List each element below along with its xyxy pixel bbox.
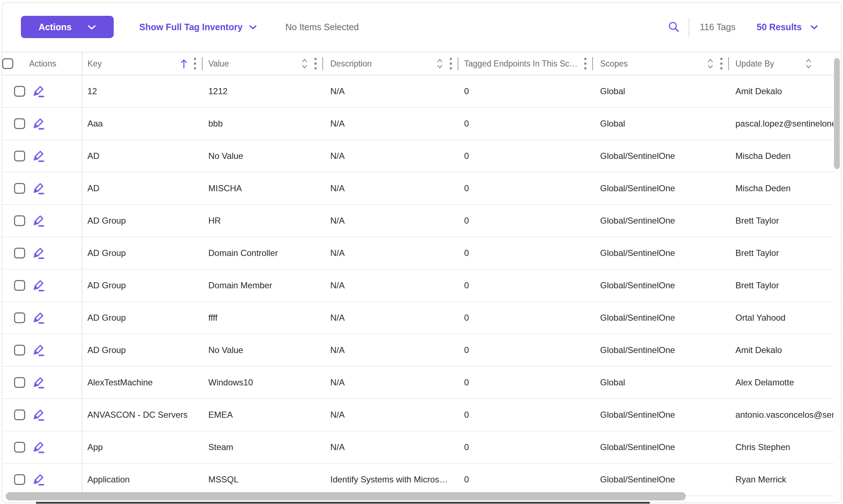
row-checkbox[interactable] xyxy=(14,442,25,453)
pencil-icon xyxy=(32,344,45,357)
update-by-cell: Mischa Deden xyxy=(729,151,841,161)
row-checkbox[interactable] xyxy=(14,248,25,258)
horizontal-scrollbar-thumb[interactable] xyxy=(6,492,686,500)
row-checkbox[interactable] xyxy=(14,312,25,323)
key-cell: Application xyxy=(82,475,203,485)
sort-icon[interactable] xyxy=(301,58,308,70)
results-count-label: 50 Results xyxy=(757,22,802,32)
tagged-endpoints-cell: 0 xyxy=(458,280,593,290)
header-cell-key[interactable]: Key xyxy=(82,52,203,75)
header-cell-value[interactable]: Value xyxy=(203,52,323,75)
row-checkbox[interactable] xyxy=(14,474,25,485)
edit-tag-button[interactable] xyxy=(32,408,46,422)
sort-icon[interactable] xyxy=(707,58,714,70)
edit-tag-button[interactable] xyxy=(32,84,46,98)
search-button[interactable] xyxy=(666,16,682,38)
pencil-icon xyxy=(32,117,45,130)
edit-tag-button[interactable] xyxy=(32,149,46,163)
header-cell-description[interactable]: Description xyxy=(323,52,458,75)
header-value-label: Value xyxy=(208,59,229,69)
description-cell: N/A xyxy=(323,313,458,323)
scopes-cell: Global/SentinelOne xyxy=(593,216,729,226)
value-cell: Windows10 xyxy=(203,377,323,388)
edit-tag-button[interactable] xyxy=(32,472,46,487)
row-checkbox[interactable] xyxy=(14,183,25,194)
key-cell: ANVASCON - DC Servers xyxy=(82,410,203,420)
edit-tag-button[interactable] xyxy=(32,116,46,131)
row-actions-cell xyxy=(2,311,82,325)
edit-tag-button[interactable] xyxy=(32,278,46,293)
update-by-cell: Brett Taylor xyxy=(729,216,841,226)
header-cell-update-by[interactable]: Update By xyxy=(729,52,841,75)
column-menu-icon[interactable] xyxy=(448,56,453,71)
update-by-cell: antonio.vasconcelos@sen xyxy=(729,410,841,420)
value-cell: No Value xyxy=(203,345,323,355)
row-checkbox[interactable] xyxy=(14,345,25,356)
actions-button[interactable]: Actions xyxy=(21,16,114,38)
actions-button-label: Actions xyxy=(38,22,72,32)
update-by-cell: Ortal Yahood xyxy=(729,313,841,323)
value-cell: Domain Controller xyxy=(203,248,323,258)
row-checkbox[interactable] xyxy=(14,377,25,388)
sort-ascending-icon[interactable] xyxy=(180,58,187,69)
table-row: 12 1212 N/A 0 Global Amit Dekalo xyxy=(2,75,841,108)
pencil-icon xyxy=(32,311,45,324)
chevron-down-icon xyxy=(810,24,818,29)
column-menu-icon[interactable] xyxy=(313,56,318,71)
row-actions-cell xyxy=(2,214,82,228)
row-checkbox[interactable] xyxy=(14,86,25,97)
view-selector-dropdown[interactable]: Show Full Tag Inventory xyxy=(139,16,257,38)
vertical-scrollbar-thumb[interactable] xyxy=(834,58,840,169)
description-cell: N/A xyxy=(323,377,458,388)
header-actions-label: Actions xyxy=(29,59,56,69)
table-row: AD Group Domain Member N/A 0 Global/Sent… xyxy=(2,270,841,302)
column-menu-icon[interactable] xyxy=(583,56,588,71)
value-cell: ffff xyxy=(203,313,323,323)
edit-tag-button[interactable] xyxy=(32,440,46,454)
scopes-cell: Global/SentinelOne xyxy=(593,151,729,161)
tagged-endpoints-cell: 0 xyxy=(458,313,593,323)
row-actions-cell xyxy=(2,246,82,260)
edit-tag-button[interactable] xyxy=(32,311,46,325)
edit-tag-button[interactable] xyxy=(32,343,46,357)
scopes-cell: Global/SentinelOne xyxy=(593,280,729,290)
toolbar: Actions Show Full Tag Inventory No Items… xyxy=(2,3,841,52)
value-cell: Domain Member xyxy=(203,280,323,290)
sort-icon[interactable] xyxy=(805,58,812,70)
update-by-cell: Mischa Deden xyxy=(729,183,841,193)
scopes-cell: Global/SentinelOne xyxy=(593,345,729,355)
edit-tag-button[interactable] xyxy=(32,375,46,390)
table-row: AD Group No Value N/A 0 Global/SentinelO… xyxy=(2,334,841,367)
description-cell: Identify Systems with Micros… xyxy=(323,475,458,485)
pencil-icon xyxy=(32,150,45,162)
row-checkbox[interactable] xyxy=(14,215,25,226)
search-icon xyxy=(668,21,680,33)
pencil-icon xyxy=(32,473,45,486)
row-checkbox[interactable] xyxy=(14,409,25,420)
row-checkbox[interactable] xyxy=(14,118,25,129)
row-actions-cell xyxy=(2,440,82,454)
scopes-cell: Global/SentinelOne xyxy=(593,313,729,323)
edit-tag-button[interactable] xyxy=(32,214,46,228)
tagged-endpoints-cell: 0 xyxy=(458,475,593,485)
column-menu-icon[interactable] xyxy=(192,56,198,71)
row-checkbox[interactable] xyxy=(14,280,25,291)
edit-tag-button[interactable] xyxy=(32,246,46,260)
column-menu-icon[interactable] xyxy=(719,56,724,71)
tagged-endpoints-cell: 0 xyxy=(458,442,593,452)
select-all-checkbox[interactable] xyxy=(2,58,13,69)
header-cell-actions: Actions xyxy=(2,52,82,75)
description-cell: N/A xyxy=(323,442,458,452)
results-count-dropdown[interactable]: 50 Results xyxy=(757,16,818,38)
edit-tag-button[interactable] xyxy=(32,181,46,196)
tags-count: 116 Tags xyxy=(700,16,735,38)
value-cell: Steam xyxy=(203,442,323,452)
row-checkbox[interactable] xyxy=(14,151,25,161)
header-cell-scopes[interactable]: Scopes xyxy=(593,52,729,75)
sort-icon[interactable] xyxy=(436,58,443,70)
value-cell: 1212 xyxy=(203,86,323,96)
header-cell-tagged-endpoints[interactable]: Tagged Endpoints In This Sc… xyxy=(458,52,593,75)
table-row: AlexTestMachine Windows10 N/A 0 Global A… xyxy=(2,367,841,399)
update-by-cell: Amit Dekalo xyxy=(729,345,841,355)
update-by-cell: Amit Dekalo xyxy=(729,86,841,96)
